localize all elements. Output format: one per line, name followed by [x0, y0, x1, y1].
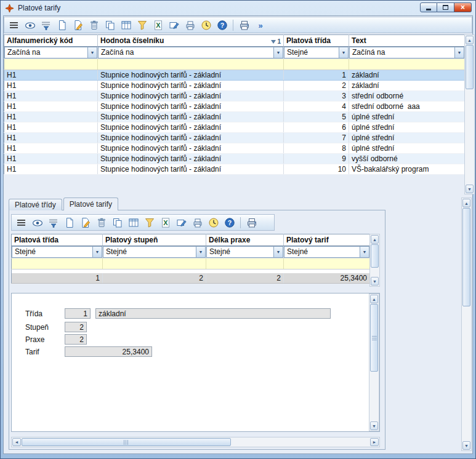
- close-button[interactable]: ×: [454, 2, 472, 12]
- menu-button[interactable]: [14, 215, 29, 230]
- column-header-alfanumericky-kod[interactable]: Alfanumerický kód: [4, 35, 98, 47]
- column-header-platovy-stupen[interactable]: Platový stupeň: [103, 234, 206, 246]
- filter-combo[interactable]: Stejné▼: [103, 246, 206, 258]
- funnel-button[interactable]: [134, 18, 150, 32]
- scroll-thumb[interactable]: [371, 244, 379, 268]
- table-row[interactable]: H1Stupnice hodinových tarifů - základní1…: [4, 70, 465, 81]
- printer-button[interactable]: [244, 215, 259, 230]
- columns-button[interactable]: [118, 18, 134, 32]
- chevron-down-icon[interactable]: ▼: [273, 247, 283, 257]
- table-row[interactable]: H1Stupnice hodinových tarifů - základní5…: [4, 112, 465, 122]
- table-row[interactable]: H1Stupnice hodinových tarifů - základní3…: [4, 91, 465, 102]
- copy-button[interactable]: [110, 215, 125, 230]
- filter-combo[interactable]: Začíná na▼: [349, 47, 464, 58]
- eye-button[interactable]: [22, 18, 38, 32]
- table-row[interactable]: H1Stupnice hodinových tarifů - základní1…: [4, 164, 465, 175]
- scroll-up-button[interactable]: ▲: [370, 295, 378, 303]
- maximize-button[interactable]: [437, 2, 454, 12]
- filter-input-cell[interactable]: [284, 59, 349, 70]
- column-header-platovy-tarif[interactable]: Platový tarif: [284, 234, 370, 246]
- trida-field[interactable]: 1: [65, 308, 91, 319]
- chevron-down-icon[interactable]: ▼: [196, 247, 205, 257]
- eye-button[interactable]: [30, 215, 45, 230]
- filter-input-cell[interactable]: [12, 258, 103, 269]
- filter-input-cell[interactable]: [103, 258, 206, 269]
- chevron-down-icon[interactable]: ▼: [339, 47, 348, 58]
- table-row[interactable]: H1Stupnice hodinových tarifů - základní4…: [4, 102, 465, 112]
- edit-doc-button[interactable]: [70, 18, 86, 32]
- detail-grid-scrollbar[interactable]: ▲ ▼: [369, 234, 380, 287]
- scroll-down-button[interactable]: ▼: [370, 421, 378, 430]
- horizontal-scrollbar[interactable]: ◄ ►: [11, 437, 380, 447]
- clock-button[interactable]: [206, 215, 221, 230]
- main-grid-scrollbar[interactable]: ▲ ▼: [464, 34, 475, 194]
- scroll-up-button[interactable]: ▲: [462, 199, 470, 207]
- chevron-down-icon[interactable]: ▼: [87, 47, 97, 58]
- delete-button[interactable]: [94, 215, 109, 230]
- scroll-thumb[interactable]: [370, 304, 378, 372]
- filter-combo[interactable]: Stejné▼: [284, 47, 349, 58]
- filter-combo[interactable]: Stejné▼: [206, 246, 283, 258]
- table-row[interactable]: H1Stupnice hodinových tarifů - základní9…: [4, 154, 465, 164]
- titlebar[interactable]: Platové tarify ×: [1, 1, 475, 15]
- next-button[interactable]: »: [252, 18, 268, 32]
- trida-text-field[interactable]: základní: [95, 308, 331, 319]
- column-header-platova-trida[interactable]: Platová třída: [12, 234, 103, 246]
- new-doc-button[interactable]: [54, 18, 70, 32]
- minimize-button[interactable]: [420, 2, 437, 12]
- chevron-down-icon[interactable]: ▼: [454, 47, 464, 58]
- filter-combo[interactable]: Stejné▼: [12, 246, 102, 258]
- printer-button[interactable]: [236, 18, 252, 32]
- table-row[interactable]: H1Stupnice hodinových tarifů - základní2…: [4, 81, 465, 91]
- column-header-hodnota-ciselniku[interactable]: Hodnota číselníku 1: [98, 35, 284, 47]
- help-button[interactable]: ?: [214, 18, 230, 32]
- scroll-down-button[interactable]: ▼: [462, 441, 470, 450]
- menu-button[interactable]: [6, 18, 22, 32]
- tab-platove-tridy[interactable]: Platové třídy: [9, 199, 62, 210]
- filter-input-cell[interactable]: [206, 258, 284, 269]
- filter-row-button[interactable]: [46, 215, 61, 230]
- stupen-field[interactable]: 2: [65, 322, 87, 332]
- excel-button[interactable]: X: [150, 18, 166, 32]
- scroll-down-button[interactable]: ▼: [466, 185, 474, 193]
- scroll-thumb[interactable]: [462, 208, 470, 306]
- filter-row-button[interactable]: [38, 18, 54, 32]
- scroll-up-button[interactable]: ▲: [371, 235, 379, 244]
- edit-cell-button[interactable]: [166, 18, 182, 32]
- scroll-right-button[interactable]: ►: [370, 438, 379, 446]
- detail-form-scrollbar[interactable]: ▲ ▼: [369, 293, 379, 431]
- new-doc-button[interactable]: [62, 215, 77, 230]
- scroll-left-button[interactable]: ◄: [12, 438, 21, 446]
- table-row[interactable]: H1Stupnice hodinových tarifů - základní8…: [4, 143, 465, 154]
- tarif-field[interactable]: 25,3400: [65, 346, 152, 357]
- table-row[interactable]: H1Stupnice hodinových tarifů - základní7…: [4, 133, 465, 143]
- praxe-field[interactable]: 2: [65, 334, 87, 345]
- filter-combo[interactable]: Začíná na▼: [98, 47, 283, 58]
- print-small-button[interactable]: [190, 215, 205, 230]
- filter-input-cell[interactable]: [4, 59, 98, 70]
- edit-cell-button[interactable]: [174, 215, 189, 230]
- filter-input-cell[interactable]: [98, 59, 284, 70]
- print-small-button[interactable]: [182, 18, 198, 32]
- columns-button[interactable]: [126, 215, 141, 230]
- excel-button[interactable]: X: [158, 215, 173, 230]
- edit-doc-button[interactable]: [78, 215, 93, 230]
- filter-combo[interactable]: Stejné▼: [284, 246, 369, 258]
- bottom-pane-scrollbar[interactable]: ▲ ▼: [461, 198, 472, 451]
- funnel-button[interactable]: [142, 215, 157, 230]
- scroll-thumb[interactable]: [466, 45, 474, 89]
- table-row[interactable]: 12225,3400: [12, 273, 370, 284]
- clock-button[interactable]: [198, 18, 214, 32]
- chevron-down-icon[interactable]: ▼: [360, 247, 369, 257]
- chevron-down-icon[interactable]: ▼: [92, 247, 102, 257]
- scroll-down-button[interactable]: ▼: [371, 277, 379, 285]
- help-button[interactable]: ?: [222, 215, 237, 230]
- filter-input-cell[interactable]: [349, 59, 465, 70]
- scroll-thumb[interactable]: [22, 438, 231, 446]
- column-header-platova-trida[interactable]: Platová třída: [284, 35, 349, 47]
- filter-input-cell[interactable]: [284, 258, 370, 269]
- tab-platove-tarify[interactable]: Platové tarify: [63, 198, 118, 210]
- column-header-delka-praxe[interactable]: Délka praxe: [206, 234, 284, 246]
- copy-button[interactable]: [102, 18, 118, 32]
- table-row[interactable]: H1Stupnice hodinových tarifů - základní6…: [4, 122, 465, 133]
